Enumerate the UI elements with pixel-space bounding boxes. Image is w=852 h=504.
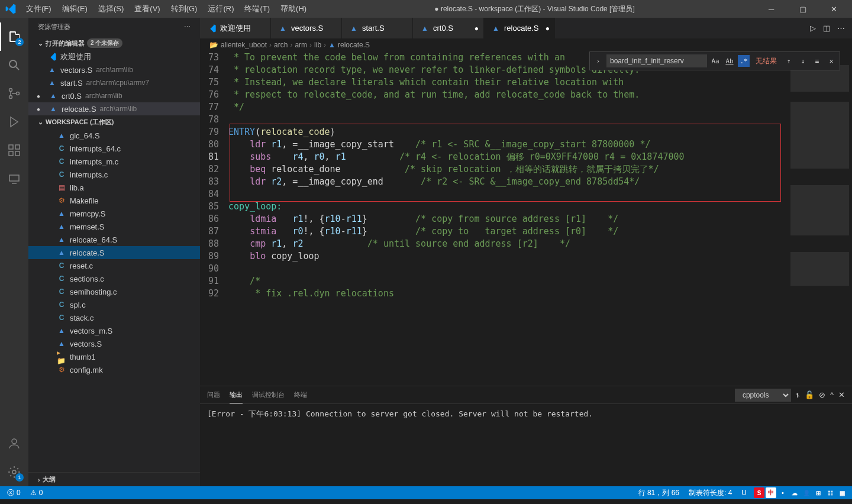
code-line[interactable]: 75 * Instead, we declare literals which … [205,76,852,89]
workspace-section[interactable]: ⌄ WORKSPACE (工作区) [28,115,200,129]
workspace-file-item[interactable]: ▲gic_64.S [28,129,200,142]
workspace-file-item[interactable]: ▲relocate_64.S [28,233,200,246]
workspace-file-item[interactable]: Csemihosting.c [28,285,200,298]
workspace-file-item[interactable]: Creset.c [28,259,200,272]
workspace-file-item[interactable]: Cinterrupts_64.c [28,142,200,155]
regex-icon[interactable]: .* [738,55,750,67]
more-icon[interactable]: ⋯ [837,24,845,33]
menu-help[interactable]: 帮助(H) [276,1,311,17]
output-content[interactable]: [Error - 下午6:03:13] Connection to server… [200,404,852,486]
activity-debug[interactable] [0,108,28,136]
activity-remote[interactable] [0,164,28,193]
panel-tab-problems[interactable]: 问题 [207,387,220,403]
menu-run[interactable]: 运行(R) [203,1,238,17]
activity-extensions[interactable] [0,136,28,164]
activity-settings[interactable]: 1 [0,458,28,486]
editor-tab[interactable]: ▲vectors.S [271,18,342,38]
activity-explorer[interactable]: 2 [0,22,28,51]
code-line[interactable]: 91 /* [205,275,852,287]
workspace-file-item[interactable]: ⚙Makefile [28,194,200,207]
code-line[interactable]: 80 ldr r1, =__image_copy_start /* r1 <- … [205,138,852,151]
open-editor-item[interactable]: ▲start.S arch\arm\cpu\armv7 [28,76,200,89]
more-icon[interactable]: ⋯ [184,23,191,31]
maximize-button[interactable]: ▢ [789,0,816,18]
editor-tab[interactable]: ▲crt0.S● [413,18,484,38]
tray-icon[interactable]: ▦ [837,487,847,498]
code-line[interactable]: 83 ldr r2, =__image_copy_end /* r2 <- SR… [205,176,852,188]
lock-icon[interactable]: 🔓 [805,390,814,399]
breadcrumb-item[interactable]: lib [314,41,321,49]
minimize-button[interactable]: ─ [758,0,785,18]
status-encoding[interactable]: U [739,489,749,497]
close-panel-icon[interactable]: ✕ [838,390,845,399]
code-editor[interactable]: › Aa Ab .* 无结果 ↑ ↓ ≡ ✕ 73 * To prevent t… [200,51,852,386]
breadcrumb-item[interactable]: relocate.S [338,41,370,49]
filter-icon[interactable]: ⫮ [796,390,800,399]
panel-tab-debug[interactable]: 调试控制台 [252,387,285,403]
menu-select[interactable]: 选择(S) [93,1,128,17]
activity-account[interactable] [0,429,28,458]
next-match-icon[interactable]: ↓ [797,55,809,67]
prev-match-icon[interactable]: ↑ [783,55,795,67]
code-line[interactable]: 89 blo copy_loop [205,250,852,263]
code-line[interactable]: 81 subs r4, r0, r1 /* r4 <- relocation 偏… [205,151,852,163]
run-icon[interactable]: ▷ [810,24,816,33]
minimap[interactable] [787,51,852,386]
menu-file[interactable]: 文件(F) [21,1,56,17]
open-editors-section[interactable]: ⌄ 打开的编辑器 2 个未保存 [28,36,200,50]
workspace-file-item[interactable]: ▲memcpy.S [28,207,200,220]
open-editor-item[interactable]: 欢迎使用 [28,50,200,63]
tray-icon[interactable]: ☷ [825,487,835,498]
workspace-file-item[interactable]: ▲vectors_m.S [28,324,200,337]
tray-icon[interactable]: • [777,487,788,498]
panel-tab-output[interactable]: 输出 [230,387,243,403]
match-case-icon[interactable]: Aa [709,55,721,67]
editor-tab[interactable]: 欢迎使用 [200,18,271,38]
workspace-file-item[interactable]: ▲memset.S [28,220,200,233]
menu-edit[interactable]: 编辑(E) [57,1,92,17]
code-line[interactable]: 87 stmia r0!, {r10-r11} /* copy to targe… [205,225,852,238]
code-line[interactable]: 82 beq relocate_done /* skip relocation … [205,163,852,176]
tray-icon[interactable]: 中 [766,487,776,498]
workspace-file-item[interactable]: ▸ 📁thumb1 [28,350,200,363]
code-line[interactable]: 90 [205,263,852,275]
workspace-file-item[interactable]: Cstack.c [28,311,200,324]
code-line[interactable]: 88 cmp r1, r2 /* until source end addres… [205,238,852,250]
outline-section[interactable]: › 大纲 [28,472,200,486]
close-button[interactable]: ✕ [821,0,847,18]
output-channel-select[interactable]: cpptools [735,389,791,402]
open-editor-item[interactable]: ▲vectors.S arch\arm\lib [28,63,200,76]
panel-tab-terminal[interactable]: 终端 [294,387,307,403]
status-warnings[interactable]: ⚠0 [28,489,46,497]
code-line[interactable]: 86 ldmia r1!, {r10-r11} /* copy from sou… [205,213,852,225]
split-icon[interactable]: ◫ [823,24,830,33]
code-line[interactable]: 85copy_loop: [205,201,852,213]
open-editor-item[interactable]: ●▲crt0.S arch\arm\lib [28,89,200,102]
menu-goto[interactable]: 转到(G) [166,1,202,17]
find-input[interactable] [606,54,707,67]
chevron-right-icon[interactable]: › [592,55,604,67]
breadcrumb-item[interactable]: arch [274,41,288,49]
code-line[interactable]: 78 [205,114,852,126]
breadcrumb[interactable]: 📂 alientek_uboot› arch› arm› lib› ▲ relo… [200,38,852,51]
code-line[interactable]: 79ENTRY(relocate_code) [205,126,852,138]
menu-terminal[interactable]: 终端(T) [240,1,275,17]
clear-icon[interactable]: ⊘ [819,390,825,399]
workspace-file-item[interactable]: Cinterrupts_m.c [28,155,200,168]
menu-view[interactable]: 查看(V) [130,1,164,17]
workspace-file-item[interactable]: Cspl.c [28,298,200,311]
status-errors[interactable]: ⓧ0 [5,488,23,498]
tray-icon[interactable]: ⊞ [813,487,824,498]
editor-tab[interactable]: ▲start.S [342,18,413,38]
whole-word-icon[interactable]: Ab [724,55,735,67]
code-line[interactable]: 76 * respect to relocate_code, and at ru… [205,89,852,101]
status-position[interactable]: 行 81，列 66 [636,488,682,498]
breadcrumb-item[interactable]: alientek_uboot [221,41,267,49]
workspace-file-item[interactable]: ▲relocate.S [28,246,200,259]
find-menu-icon[interactable]: ≡ [811,55,823,67]
tray-icon[interactable]: ☁ [789,487,800,498]
editor-tab[interactable]: ▲relocate.S● [484,18,555,38]
tray-icon[interactable]: 👤 [801,487,812,498]
open-editor-item[interactable]: ●▲relocate.S arch\arm\lib [28,102,200,115]
workspace-file-item[interactable]: Cinterrupts.c [28,168,200,181]
